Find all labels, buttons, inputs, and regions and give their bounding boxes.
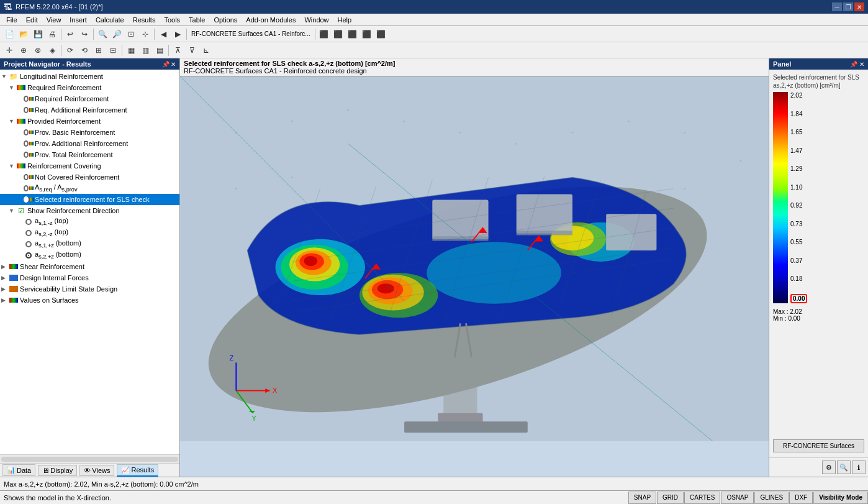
- tb2-4[interactable]: ◈: [45, 44, 59, 57]
- menu-results[interactable]: Results: [129, 15, 160, 25]
- tb2-11[interactable]: ▤: [153, 44, 166, 57]
- tree-not-covered[interactable]: Not Covered Reinforcement: [0, 172, 179, 183]
- minimize-button[interactable]: ─: [832, 2, 842, 11]
- tab-snap[interactable]: SNAP: [628, 492, 656, 504]
- tree-required-reinf[interactable]: Required Reinforcement: [0, 93, 179, 104]
- tree-prov-total[interactable]: Prov. Total Reinforcement: [0, 149, 179, 160]
- menu-window[interactable]: Window: [301, 15, 332, 25]
- panel-pin-button[interactable]: 📌: [850, 61, 857, 68]
- menu-tools[interactable]: Tools: [160, 15, 184, 25]
- tree-as2-top[interactable]: as,2,-z (top): [0, 227, 179, 239]
- panel-close-button[interactable]: ✕: [859, 61, 864, 68]
- nav-close-button[interactable]: ✕: [171, 61, 176, 68]
- menu-insert[interactable]: Insert: [66, 15, 91, 25]
- tab-glines[interactable]: GLINES: [754, 492, 789, 504]
- tb2-6[interactable]: ⟲: [78, 44, 91, 57]
- tb-zoom-out[interactable]: 🔎: [110, 27, 124, 41]
- tb2-3[interactable]: ⊗: [31, 44, 45, 57]
- menu-edit[interactable]: Edit: [22, 15, 42, 25]
- tree-req-additional[interactable]: Req. Additional Reinforcement: [0, 104, 179, 116]
- tree-as-ratio[interactable]: As,req / As,prov: [0, 183, 179, 194]
- tb-redo[interactable]: ↪: [78, 27, 91, 41]
- tab-visibility[interactable]: Visibility Mode: [813, 492, 868, 504]
- rp-btn-3[interactable]: ℹ: [852, 460, 866, 474]
- tb-view-front[interactable]: ⬛: [360, 27, 374, 41]
- tab-osnap[interactable]: OSNAP: [721, 492, 754, 504]
- svg-point-20: [427, 242, 561, 303]
- tree-design-internal[interactable]: ▶ Design Internal Forces: [0, 272, 179, 283]
- nav-tab-data[interactable]: 📊 Data: [2, 464, 35, 476]
- viewport[interactable]: X Y Z: [180, 76, 769, 477]
- tb2-1[interactable]: ✛: [2, 44, 16, 57]
- tb-undo[interactable]: ↩: [63, 27, 77, 41]
- not-covered-label: Not Covered Reinforcement: [35, 173, 119, 181]
- tb2-12[interactable]: ⊼: [171, 44, 184, 57]
- tree-covering-group[interactable]: ▼ Reinforcement Covering: [0, 160, 179, 172]
- tb2-8[interactable]: ⊟: [106, 44, 120, 57]
- tb2-7[interactable]: ⊞: [92, 44, 106, 57]
- panel-header-buttons: 📌 ✕: [850, 60, 864, 68]
- tb-prev[interactable]: ◀: [156, 27, 170, 41]
- tb-view-top[interactable]: ⬛: [346, 27, 359, 41]
- tree-prov-additional[interactable]: Prov. Additional Reinforcement: [0, 138, 179, 149]
- tree-longitudinal[interactable]: ▼ 📁 Longitudinal Reinforcement: [0, 71, 179, 82]
- radio-bar-sel-icon: [24, 195, 34, 204]
- tb2-2[interactable]: ⊕: [17, 44, 30, 57]
- nav-tab-results[interactable]: 📈 Results: [117, 464, 158, 477]
- spacer: [16, 185, 24, 191]
- menu-addon[interactable]: Add-on Modules: [242, 15, 299, 25]
- tb2-14[interactable]: ⊾: [199, 44, 213, 57]
- tb-view-3d[interactable]: ⬛: [374, 27, 388, 41]
- tab-cartes[interactable]: CARTES: [684, 492, 720, 504]
- tb-print[interactable]: 🖨: [45, 27, 59, 41]
- tb-open[interactable]: 📂: [17, 27, 30, 41]
- tab-grid[interactable]: GRID: [657, 492, 684, 504]
- expand-icon: ▶: [1, 263, 9, 270]
- tb-view-right[interactable]: ⬛: [332, 27, 345, 41]
- tree-prov-basic[interactable]: Prov. Basic Reinforcement: [0, 127, 179, 138]
- tree-as2-bottom[interactable]: as,2,+z (bottom): [0, 250, 179, 261]
- close-button[interactable]: ✕: [854, 2, 864, 11]
- tree-serviceability[interactable]: ▶ Serviceability Limit State Design: [0, 283, 179, 295]
- tb-select[interactable]: ⊹: [138, 27, 152, 41]
- restore-button[interactable]: ❐: [843, 2, 853, 11]
- tb-next[interactable]: ▶: [171, 27, 184, 41]
- tree-provided-group[interactable]: ▼ Provided Reinforcement: [0, 116, 179, 127]
- svg-point-12: [684, 188, 685, 190]
- tb2-13[interactable]: ⊽: [185, 44, 199, 57]
- menu-options[interactable]: Options: [210, 15, 241, 25]
- rp-btn-2[interactable]: 🔍: [837, 460, 851, 474]
- menu-help[interactable]: Help: [334, 15, 356, 25]
- tb2-9[interactable]: ▦: [124, 44, 138, 57]
- tb-zoom-all[interactable]: ⊡: [124, 27, 138, 41]
- horizontal-scrollbar[interactable]: [0, 454, 179, 463]
- nav-tab-display[interactable]: 🖥 Display: [38, 465, 77, 476]
- tb-zoom-in[interactable]: 🔍: [96, 27, 109, 41]
- tb2-5[interactable]: ⟳: [63, 44, 77, 57]
- tree-sls-selected[interactable]: Selected reinforcement for SLS check: [0, 194, 179, 205]
- tb-save[interactable]: 💾: [31, 27, 45, 41]
- tree-values-surfaces[interactable]: ▶ Values on Surfaces: [0, 295, 179, 306]
- legend-value-3: 1.47: [790, 147, 807, 154]
- tree-show-direction[interactable]: ▼ ☑ Show Reinforcement Direction: [0, 205, 179, 216]
- rf-concrete-button[interactable]: RF-CONCRETE Surfaces: [773, 439, 864, 452]
- tab-dxf[interactable]: DXF: [789, 492, 813, 504]
- tree-shear[interactable]: ▶ Shear Reinforcement: [0, 261, 179, 272]
- tb2-10[interactable]: ▥: [138, 44, 152, 57]
- tb-view-left[interactable]: ⬛: [317, 27, 331, 41]
- menu-table[interactable]: Table: [185, 15, 209, 25]
- values-icon: [9, 296, 19, 305]
- viewport-title-1: Selected reinforcement for SLS check a-s…: [184, 60, 765, 67]
- nav-pin-button[interactable]: 📌: [162, 61, 170, 68]
- nav-tab-views[interactable]: 👁 Views: [79, 465, 114, 476]
- tree-required-group[interactable]: ▼ Required Reinforcement: [0, 82, 179, 93]
- tree-as1-top[interactable]: as,1,-z (top): [0, 216, 179, 227]
- tb-new[interactable]: 📄: [2, 27, 16, 41]
- tree-as1-bottom[interactable]: as,1,+z (bottom): [0, 239, 179, 250]
- menu-calculate[interactable]: Calculate: [92, 15, 128, 25]
- tree-area: ▼ 📁 Longitudinal Reinforcement ▼ Require…: [0, 70, 179, 454]
- rp-btn-1[interactable]: ⚙: [822, 460, 836, 474]
- menu-file[interactable]: File: [2, 15, 21, 25]
- radio-icon-1: [24, 218, 34, 226]
- menu-view[interactable]: View: [43, 15, 65, 25]
